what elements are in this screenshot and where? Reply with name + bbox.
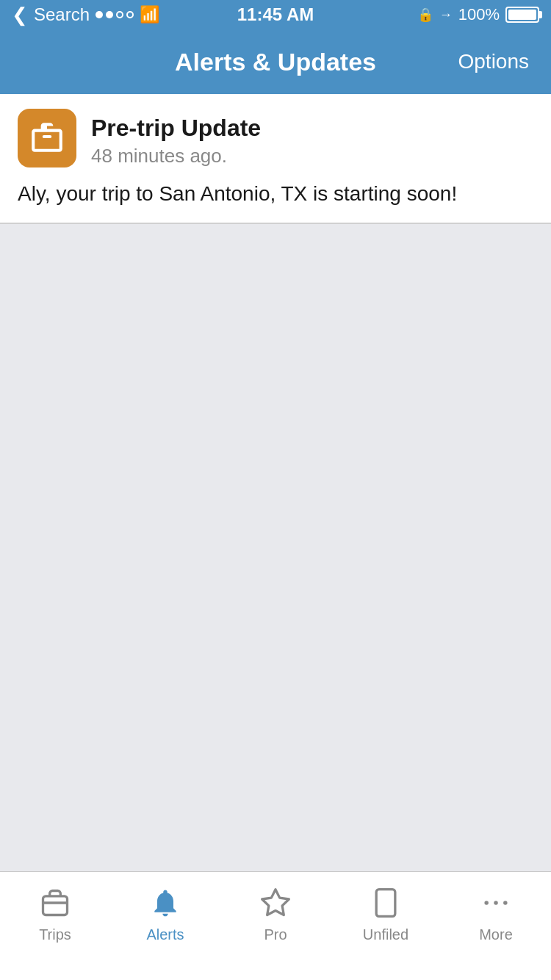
location-icon: → (439, 7, 453, 23)
battery-percent: 100% (458, 5, 500, 24)
signal-dot-1 (96, 11, 103, 18)
svg-rect-1 (43, 896, 68, 915)
status-bar-left: ❮ Search 📶 (12, 4, 159, 26)
alert-title: Pre-trip Update (91, 115, 261, 142)
svg-point-7 (503, 901, 508, 905)
empty-content-area (0, 224, 551, 898)
alerts-list: Pre-trip Update 48 minutes ago. Aly, you… (0, 94, 551, 224)
wifi-icon: 📶 (140, 5, 159, 24)
suitcase-icon (29, 118, 65, 158)
trips-icon (36, 884, 74, 922)
svg-rect-4 (376, 890, 395, 917)
tab-unfiled[interactable]: Unfiled (331, 884, 441, 943)
alert-header: Pre-trip Update 48 minutes ago. (18, 109, 533, 167)
trips-label: Trips (39, 926, 71, 943)
signal-indicator (96, 11, 134, 18)
tab-pro[interactable]: Pro (220, 884, 331, 943)
tab-trips[interactable]: Trips (0, 884, 110, 943)
alert-meta: Pre-trip Update 48 minutes ago. (91, 109, 261, 167)
tab-more[interactable]: More (441, 884, 551, 943)
alert-message: Aly, your trip to San Antonio, TX is sta… (18, 179, 533, 208)
lock-icon: 🔒 (417, 7, 433, 23)
alerts-icon (146, 884, 184, 922)
pro-icon (256, 884, 295, 922)
svg-rect-0 (43, 135, 52, 138)
options-button[interactable]: Options (458, 50, 530, 73)
nav-title: Alerts & Updates (175, 48, 376, 76)
alert-item-pretrip[interactable]: Pre-trip Update 48 minutes ago. Aly, you… (0, 94, 551, 223)
battery-icon (505, 7, 539, 23)
alert-icon-wrap (18, 109, 76, 167)
unfiled-icon (367, 884, 405, 922)
signal-dot-4 (126, 11, 134, 18)
back-arrow-icon[interactable]: ❮ (12, 4, 28, 26)
alert-time: 48 minutes ago. (91, 145, 261, 167)
status-bar-time: 11:45 AM (237, 4, 314, 25)
unfiled-label: Unfiled (363, 926, 408, 943)
tab-bar: Trips Alerts Pro Unfiled (0, 871, 551, 980)
status-bar-right: 🔒 → 100% (417, 5, 539, 24)
pro-label: Pro (264, 926, 287, 943)
carrier-label: Search (34, 4, 90, 25)
signal-dot-2 (106, 11, 113, 18)
tab-alerts[interactable]: Alerts (110, 884, 220, 943)
status-bar: ❮ Search 📶 11:45 AM 🔒 → 100% (0, 0, 551, 29)
signal-dot-3 (116, 11, 123, 18)
battery-fill (508, 10, 536, 20)
nav-bar: Alerts & Updates Options (0, 29, 551, 94)
svg-point-6 (494, 901, 498, 905)
alerts-label: Alerts (146, 926, 184, 943)
more-label: More (479, 926, 513, 943)
svg-point-5 (484, 901, 489, 905)
more-icon (477, 884, 515, 922)
separator (0, 223, 551, 223)
svg-marker-3 (262, 890, 289, 915)
